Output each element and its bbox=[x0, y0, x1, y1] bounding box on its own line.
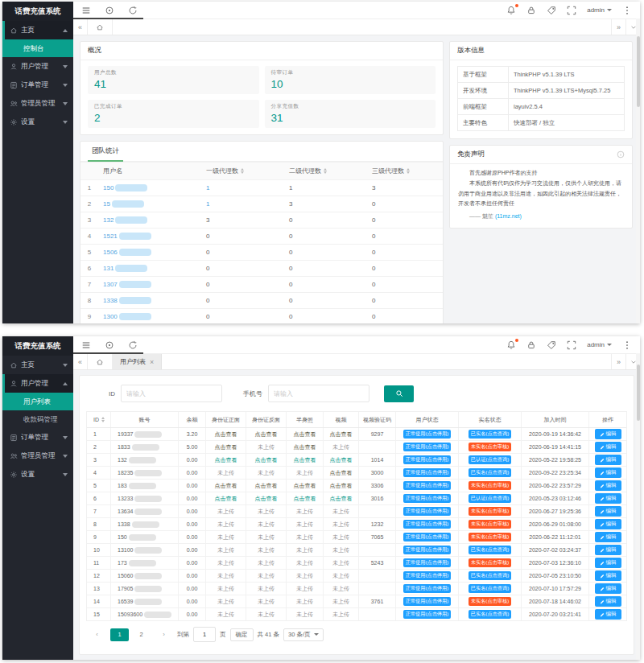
username-cell[interactable]: 1338 bbox=[98, 297, 201, 304]
tabs-scroll-left[interactable]: « bbox=[73, 19, 88, 35]
sidebar-item-home[interactable]: 主页 bbox=[2, 21, 73, 39]
admin-menu[interactable]: admin bbox=[587, 6, 612, 14]
edit-button[interactable]: 编辑 bbox=[595, 506, 621, 517]
menu-toggle-icon[interactable] bbox=[81, 6, 91, 15]
lock-screen-icon[interactable] bbox=[526, 6, 536, 15]
realname-status-badge[interactable]: 已实名(点击查询) bbox=[469, 610, 511, 619]
notifications-icon[interactable] bbox=[506, 6, 516, 15]
sidebar-item-home[interactable]: 主页 bbox=[2, 356, 73, 374]
edit-button[interactable]: 编辑 bbox=[595, 455, 621, 465]
home-tab[interactable] bbox=[88, 19, 113, 35]
page-size-select[interactable]: 30 条/页 bbox=[283, 628, 324, 641]
user-status-badge[interactable]: 正常使用(点击停用) bbox=[403, 507, 452, 516]
edit-button[interactable]: 编辑 bbox=[595, 545, 621, 555]
realname-status-badge[interactable]: 已认证(点击查询) bbox=[469, 494, 511, 503]
tabs-scroll-right[interactable]: » bbox=[611, 19, 625, 35]
view-link[interactable]: 点击查看 bbox=[294, 482, 316, 490]
view-link[interactable]: 点击查看 bbox=[330, 430, 353, 439]
refresh-icon[interactable] bbox=[128, 6, 138, 15]
user-status-badge[interactable]: 正常使用(点击停用) bbox=[403, 481, 452, 490]
view-link[interactable]: 点击查看 bbox=[215, 482, 237, 490]
realname-status-badge[interactable]: 已认证(点击查询) bbox=[469, 455, 511, 464]
realname-status-badge[interactable]: 未实名(点击审核) bbox=[469, 520, 511, 529]
realname-status-badge[interactable]: 已实名(点击查询) bbox=[469, 546, 511, 554]
next-page-button[interactable]: › bbox=[155, 628, 173, 641]
more-icon[interactable] bbox=[622, 340, 632, 350]
author-link[interactable]: (11mz.net) bbox=[495, 213, 522, 219]
username-cell[interactable]: 15 bbox=[98, 200, 201, 208]
username-cell[interactable]: 132 bbox=[98, 216, 201, 224]
sidebar-item-settings[interactable]: 设置 bbox=[2, 465, 73, 484]
realname-status-badge[interactable]: 已实名(点击查询) bbox=[469, 571, 511, 580]
edit-button[interactable]: 编辑 bbox=[595, 558, 621, 568]
sidebar-item-settings[interactable]: 设置 bbox=[2, 113, 73, 131]
phone-search-input[interactable] bbox=[268, 385, 369, 402]
view-link[interactable]: 点击查看 bbox=[255, 430, 278, 439]
search-button[interactable] bbox=[384, 385, 414, 402]
sidebar-subitem-payment-codes[interactable]: 收款码管理 bbox=[2, 410, 73, 428]
user-status-badge[interactable]: 正常使用(点击停用) bbox=[403, 443, 452, 451]
view-link[interactable]: 点击查看 bbox=[215, 495, 237, 503]
username-cell[interactable]: 150 bbox=[98, 184, 201, 191]
edit-button[interactable]: 编辑 bbox=[595, 467, 621, 478]
user-status-badge[interactable]: 正常使用(点击停用) bbox=[403, 546, 452, 554]
confirm-button[interactable]: 确定 bbox=[230, 628, 254, 641]
fullscreen-icon[interactable] bbox=[567, 6, 576, 15]
tabs-scroll-right[interactable]: » bbox=[611, 354, 625, 369]
tabs-scroll-left[interactable]: « bbox=[73, 354, 88, 369]
user-status-badge[interactable]: 正常使用(点击停用) bbox=[403, 430, 452, 439]
view-link[interactable]: 点击查看 bbox=[255, 456, 278, 464]
edit-button[interactable]: 编辑 bbox=[595, 429, 621, 439]
page-button-1[interactable]: 1 bbox=[110, 628, 129, 641]
prev-page-button[interactable]: ‹ bbox=[88, 628, 106, 641]
sidebar-item-admins[interactable]: 管理员管理 bbox=[2, 94, 73, 113]
realname-status-badge[interactable]: 未实名(点击审核) bbox=[469, 443, 511, 451]
view-link[interactable]: 点击查看 bbox=[330, 469, 353, 477]
sidebar-item-users[interactable]: 用户管理 bbox=[2, 374, 73, 393]
user-status-badge[interactable]: 正常使用(点击停用) bbox=[403, 610, 452, 619]
realname-status-badge[interactable]: 未实名(点击审核) bbox=[469, 597, 511, 606]
refresh-icon[interactable] bbox=[128, 340, 138, 350]
close-tab-icon[interactable]: × bbox=[150, 358, 154, 366]
edit-button[interactable]: 编辑 bbox=[595, 493, 621, 504]
edit-button[interactable]: 编辑 bbox=[595, 442, 621, 452]
view-link[interactable]: 点击查看 bbox=[294, 443, 316, 451]
sidebar-subitem-user-list[interactable]: 用户列表 bbox=[2, 393, 73, 410]
scrollbar[interactable] bbox=[636, 353, 640, 660]
admin-menu[interactable]: admin bbox=[587, 341, 612, 348]
user-status-badge[interactable]: 正常使用(点击停用) bbox=[403, 571, 452, 580]
sidebar-item-users[interactable]: 用户管理 bbox=[2, 57, 73, 76]
realname-status-badge[interactable]: 已实名(点击查询) bbox=[469, 468, 511, 477]
sort-icon[interactable] bbox=[101, 417, 105, 422]
username-cell[interactable]: 131 bbox=[98, 265, 201, 272]
user-status-badge[interactable]: 正常使用(点击停用) bbox=[403, 494, 452, 503]
view-link[interactable]: 点击查看 bbox=[215, 430, 237, 439]
realname-status-badge[interactable]: 未实名(点击审核) bbox=[469, 507, 511, 516]
more-icon[interactable] bbox=[622, 6, 632, 15]
view-link[interactable]: 点击查看 bbox=[294, 495, 316, 503]
clear-cache-icon[interactable] bbox=[105, 6, 114, 15]
view-link[interactable]: 点击查看 bbox=[330, 456, 353, 464]
edit-button[interactable]: 编辑 bbox=[595, 532, 621, 542]
user-status-badge[interactable]: 正常使用(点击停用) bbox=[403, 597, 452, 606]
view-link[interactable]: 点击查看 bbox=[294, 456, 316, 464]
notifications-icon[interactable] bbox=[506, 340, 516, 350]
home-tab[interactable] bbox=[88, 354, 113, 369]
user-status-badge[interactable]: 正常使用(点击停用) bbox=[403, 558, 452, 567]
user-status-badge[interactable]: 正常使用(点击停用) bbox=[403, 584, 452, 593]
edit-button[interactable]: 编辑 bbox=[595, 583, 621, 594]
sidebar-item-orders[interactable]: 订单管理 bbox=[2, 428, 73, 447]
realname-status-badge[interactable]: 已实名(点击查询) bbox=[469, 430, 511, 439]
view-link[interactable]: 点击查看 bbox=[294, 430, 316, 439]
theme-icon[interactable] bbox=[547, 6, 556, 15]
realname-status-badge[interactable]: 已实名(点击查询) bbox=[469, 584, 511, 593]
user-status-badge[interactable]: 正常使用(点击停用) bbox=[403, 520, 452, 529]
scrollbar-thumb[interactable] bbox=[637, 364, 640, 421]
goto-page-input[interactable] bbox=[193, 627, 216, 642]
view-link[interactable]: 点击查看 bbox=[215, 443, 237, 451]
edit-button[interactable]: 编辑 bbox=[595, 609, 621, 620]
edit-button[interactable]: 编辑 bbox=[595, 480, 621, 491]
clear-cache-icon[interactable] bbox=[105, 340, 114, 350]
sort-icon[interactable] bbox=[407, 168, 410, 174]
menu-toggle-icon[interactable] bbox=[81, 340, 91, 350]
